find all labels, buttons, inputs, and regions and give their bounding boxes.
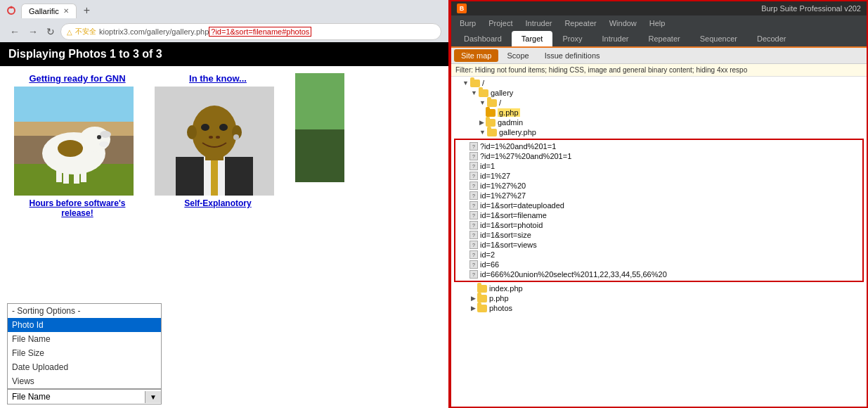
tree-child-13[interactable]: ? id=66 [458, 260, 860, 269]
subtab-scope[interactable]: Scope [500, 49, 536, 62]
tree-child-10[interactable]: ? id=1&sort=size [458, 230, 860, 240]
svg-point-26 [219, 124, 228, 131]
tree-item-indexphp[interactable]: ▶ index.php [451, 283, 867, 293]
tree-label: id=1%27%20 [480, 181, 526, 190]
file-icon: ? [469, 231, 478, 239]
tree-label: photos [489, 304, 512, 312]
tree-item-gphp[interactable]: ▶ g.php [451, 108, 867, 117]
tree-child-11[interactable]: ? id=1&sort=views [458, 240, 860, 250]
tree-arrow-icon: ▼ [471, 89, 477, 96]
tree-arrow-icon: ▼ [462, 79, 469, 87]
svg-rect-30 [295, 73, 344, 129]
sorting-dropdown-list: - Sorting Options - Photo Id File Name F… [7, 303, 162, 389]
menu-window[interactable]: Window [604, 17, 642, 30]
tab-intruder[interactable]: Intruder [592, 31, 639, 46]
menu-intruder[interactable]: Intruder [520, 17, 558, 30]
tree-child-4[interactable]: ? id=1%27 [458, 171, 860, 181]
menu-burp[interactable]: Burp [454, 17, 481, 30]
sorting-option-dateuploaded[interactable]: Date Uploaded [8, 360, 161, 374]
tree-child-12[interactable]: ? id=2 [458, 250, 860, 260]
sorting-option-views[interactable]: Views [8, 374, 161, 388]
tree-label: ?id=1%27%20and%201=1 [480, 152, 571, 160]
filter-bar: Filter: Hiding not found items; hiding C… [451, 64, 867, 77]
file-icon: ? [469, 211, 478, 219]
file-icon: ? [469, 172, 478, 180]
tree-item-gallery[interactable]: ▼ gallery [451, 88, 867, 98]
tree-child-8[interactable]: ? id=1&sort=filename [458, 210, 860, 220]
tree-child-6[interactable]: ? id=1%27%27 [458, 191, 860, 200]
menu-repeater[interactable]: Repeater [559, 17, 602, 30]
folder-icon [487, 129, 497, 136]
tab-dashboard[interactable]: Dashboard [454, 31, 512, 46]
svg-point-8 [58, 140, 83, 157]
page-header: Displaying Photos 1 to 3 of 3 [0, 42, 448, 66]
new-tab-button[interactable]: + [79, 3, 94, 18]
tree-item-pphp[interactable]: ▶ p.php [451, 293, 867, 303]
tab-sequencer[interactable]: Sequencer [690, 31, 747, 46]
page-content: Displaying Photos 1 to 3 of 3 Getting re… [0, 42, 448, 408]
photo-2-title-link[interactable]: In the know... [189, 73, 247, 84]
svg-rect-11 [81, 170, 86, 182]
tree-child-2[interactable]: ? ?id=1%27%20and%201=1 [458, 151, 860, 161]
tab-repeater[interactable]: Repeater [638, 31, 689, 46]
tree-child-1[interactable]: ? ?id=1%20and%201=1 [458, 141, 860, 151]
tab-target[interactable]: Target [512, 31, 553, 46]
tree-item-gadmin[interactable]: ▶ gadmin [451, 117, 867, 127]
tree-label: / [482, 79, 484, 87]
dropdown-arrow-icon[interactable]: ▼ [145, 391, 161, 403]
svg-point-6 [79, 127, 110, 152]
tab-proxy[interactable]: Proxy [552, 31, 592, 46]
tree-label: gallery.php [499, 128, 536, 136]
sorting-option-filesize[interactable]: File Size [8, 346, 161, 360]
file-icon: ? [469, 260, 478, 269]
forward-button[interactable]: → [25, 25, 41, 39]
folder-icon [477, 305, 487, 312]
tab-close-button[interactable]: ✕ [63, 7, 69, 15]
tree-arrow-icon: ▼ [479, 99, 486, 106]
svg-rect-10 [74, 170, 79, 184]
tree-label: id=1&sort=photoid [480, 221, 543, 229]
menu-help[interactable]: Help [644, 17, 671, 30]
tree-item-root[interactable]: ▼ / [451, 78, 867, 88]
reload-button[interactable]: ↻ [44, 25, 58, 39]
folder-icon [479, 89, 488, 97]
address-bar-row: ← → ↻ △ 不安全 kioptrix3.com/gallery/galler… [4, 21, 444, 42]
subtab-issue-definitions[interactable]: Issue definitions [538, 49, 607, 62]
menu-project[interactable]: Project [483, 17, 518, 30]
folder-icon [487, 99, 497, 107]
tree-item-photos[interactable]: ▶ photos [451, 303, 867, 313]
browser-panel: Gallarific ✕ + ← → ↻ △ 不安全 kioptrix3.com… [0, 0, 450, 408]
svg-point-22 [187, 125, 197, 139]
tree-child-7[interactable]: ? id=1&sort=dateuploaded [458, 200, 860, 210]
svg-point-25 [201, 124, 209, 131]
photo-2-caption[interactable]: Self-Explanotory [155, 198, 281, 208]
folder-icon [477, 285, 487, 293]
page-title: Displaying Photos 1 to 3 of 3 [8, 48, 162, 60]
sorting-select-bar[interactable]: File Name ▼ [7, 389, 162, 404]
tree-arrow-icon: ▶ [471, 295, 476, 302]
sorting-dropdown-area: - Sorting Options - Photo Id File Name F… [7, 303, 162, 404]
back-button[interactable]: ← [7, 25, 22, 39]
burp-subtabs: Site map Scope Issue definitions [451, 48, 867, 64]
file-icon: ? [469, 201, 478, 210]
tree-child-9[interactable]: ? id=1&sort=photoid [458, 220, 860, 230]
tree-child-5[interactable]: ? id=1%27%20 [458, 181, 860, 191]
browser-tab[interactable]: Gallarific ✕ [21, 4, 77, 18]
sorting-option-photoid[interactable]: Photo Id [8, 318, 161, 332]
tree-child-3[interactable]: ? id=1 [458, 161, 860, 171]
tree-child-14[interactable]: ? id=666%20union%20select%2011,22,33,44,… [458, 269, 860, 279]
photo-1-title-link[interactable]: Getting ready for GNN [29, 73, 125, 84]
file-icon: ? [469, 152, 478, 160]
lock-icon: △ [67, 28, 72, 36]
folder-icon-highlight [486, 109, 495, 117]
address-bar[interactable]: △ 不安全 kioptrix3.com/gallery/gallery.php … [60, 23, 441, 40]
tree-item-galleryphp[interactable]: ▼ gallery.php [451, 127, 867, 137]
subtab-sitemap[interactable]: Site map [454, 49, 498, 62]
tree-item-gallery-slash[interactable]: ▼ / [451, 98, 867, 108]
tab-decoder[interactable]: Decoder [747, 31, 796, 46]
sorting-option-filename[interactable]: File Name [8, 332, 161, 346]
tree-label: id=2 [480, 250, 495, 259]
photo-1-caption[interactable]: Hours before software's release! [14, 198, 141, 218]
burp-title-bar: B Burp Suite Professional v202 [451, 1, 867, 15]
tree-area[interactable]: ▼ / ▼ gallery ▼ / ▶ g.php ▶ gadmin [451, 77, 867, 407]
